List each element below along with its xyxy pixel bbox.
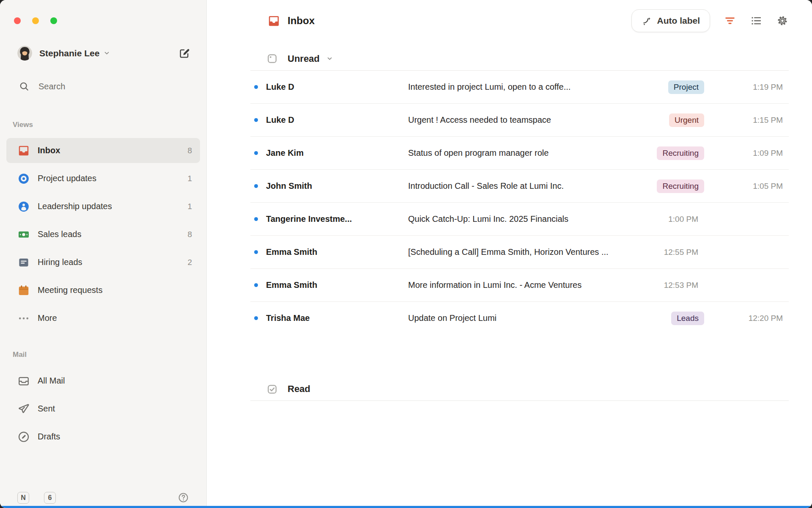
compose-button[interactable] — [178, 47, 190, 59]
search-label: Search — [38, 82, 65, 91]
sidebar-item-label: Meeting requests — [38, 285, 102, 295]
email-time: 1:15 PM — [753, 116, 789, 125]
close-window-button[interactable] — [14, 17, 21, 24]
email-time: 1:00 PM — [668, 215, 704, 224]
email-sender: Tangerine Investme... — [266, 214, 408, 224]
window-controls — [0, 0, 206, 24]
search-button[interactable]: Search — [19, 81, 206, 92]
sidebar-view-item[interactable]: Inbox 8 — [6, 138, 200, 163]
email-row[interactable]: John Smith Introduction Call - Sales Rol… — [250, 170, 789, 203]
unread-checkbox-icon[interactable] — [266, 53, 278, 64]
email-sender: Luke D — [266, 115, 408, 125]
sidebar-item-count: 8 — [187, 230, 192, 239]
email-sender: John Smith — [266, 181, 408, 191]
unread-group-header[interactable]: Unread — [250, 47, 789, 71]
unread-dot-icon — [254, 118, 258, 122]
email-subject: Interested in project Lumi, open to a co… — [408, 82, 628, 92]
email-row[interactable]: Luke D Interested in project Lumi, open … — [250, 71, 789, 104]
views-section-label: Views — [13, 121, 206, 129]
user-name: Stephanie Lee — [39, 48, 99, 58]
more-icon — [17, 312, 30, 325]
sidebar-mail-item[interactable]: Sent — [6, 396, 200, 421]
project-updates-icon — [17, 172, 30, 185]
sidebar-item-label: Leadership updates — [38, 202, 112, 211]
email-sender: Luke D — [266, 82, 408, 92]
minimize-window-button[interactable] — [32, 17, 39, 24]
email-row[interactable]: Emma Smith More information in Lumi Inc.… — [250, 269, 789, 302]
filter-icon[interactable] — [724, 14, 736, 27]
chevron-down-icon[interactable] — [326, 55, 334, 63]
sidebar-item-label: All Mail — [38, 376, 65, 386]
sidebar-view-item[interactable]: Project updates 1 — [6, 166, 200, 191]
sent-icon — [17, 403, 30, 415]
sidebar-view-item[interactable]: Leadership updates 1 — [6, 194, 200, 219]
email-tag-badge: Recruiting — [657, 146, 704, 160]
email-tag-badge: Recruiting — [657, 179, 704, 193]
mail-list: All Mail Sent Drafts — [0, 368, 206, 452]
main-content: Inbox Auto label Unread Luke D — [207, 0, 812, 508]
meeting-requests-icon — [17, 284, 30, 297]
sidebar-mail-item[interactable]: Drafts — [6, 424, 200, 449]
notion-logo-badge[interactable]: N — [17, 492, 29, 504]
sidebar-item-label: Hiring leads — [38, 257, 82, 267]
sidebar-item-label: Sales leads — [38, 229, 81, 239]
user-account-row[interactable]: Stephanie Lee — [17, 46, 190, 61]
email-time: 12:20 PM — [749, 314, 789, 323]
help-icon[interactable] — [178, 492, 189, 503]
sidebar-item-count: 2 — [187, 258, 192, 267]
header-toolbar: Auto label — [631, 9, 789, 32]
sidebar-mail-item[interactable]: All Mail — [6, 368, 200, 393]
unread-dot-icon — [254, 250, 258, 254]
window-bottom-accent — [0, 506, 812, 508]
settings-gear-icon[interactable] — [776, 14, 789, 27]
inbox-count-badge[interactable]: 6 — [44, 492, 56, 504]
unread-dot-icon — [254, 316, 258, 320]
email-row[interactable]: Jane Kim Status of open program manager … — [250, 137, 789, 170]
inbox-icon — [17, 144, 30, 157]
leadership-updates-icon — [17, 200, 30, 213]
zoom-window-button[interactable] — [50, 17, 57, 24]
email-sender: Trisha Mae — [266, 313, 408, 323]
email-row[interactable]: Trisha Mae Update on Project Lumi Leads … — [250, 302, 789, 334]
email-tag-badge: Project — [668, 80, 704, 94]
main-header: Inbox Auto label — [250, 10, 789, 32]
unread-dot-icon — [254, 184, 258, 188]
email-subject: [Scheduling a Call] Emma Smith, Horizon … — [408, 247, 628, 257]
email-time: 12:55 PM — [664, 248, 704, 257]
read-group-header[interactable]: Read — [250, 378, 789, 401]
sidebar-item-label: Project updates — [38, 174, 96, 183]
read-checkbox-icon[interactable] — [266, 384, 278, 395]
email-sender: Jane Kim — [266, 148, 408, 158]
email-tag-badge: Urgent — [669, 113, 704, 127]
email-row[interactable]: Luke D Urgent ! Access needed to teamspa… — [250, 104, 789, 137]
sidebar-item-label: More — [38, 313, 57, 323]
email-time: 1:19 PM — [753, 83, 789, 92]
sidebar-view-item[interactable]: Meeting requests — [6, 278, 200, 303]
mail-app-window: Stephanie Lee Search Views Inbox 8 Proje… — [0, 0, 812, 508]
chevron-down-icon — [103, 49, 111, 57]
sidebar-item-count: 1 — [187, 202, 192, 211]
email-subject: Quick Catch-Up: Lumi Inc. 2025 Financial… — [408, 214, 628, 224]
all-mail-icon — [17, 375, 30, 387]
sidebar-view-item[interactable]: Hiring leads 2 — [6, 250, 200, 275]
auto-label-button-text: Auto label — [657, 16, 700, 26]
list-view-icon[interactable] — [750, 14, 763, 27]
sidebar-footer: N 6 — [0, 490, 206, 508]
user-avatar — [17, 46, 32, 61]
mail-section-label: Mail — [13, 351, 206, 359]
email-row[interactable]: Tangerine Investme... Quick Catch-Up: Lu… — [250, 203, 789, 236]
email-subject: More information in Lumi Inc. - Acme Ven… — [408, 280, 628, 290]
sidebar-view-item[interactable]: Sales leads 8 — [6, 222, 200, 247]
sidebar-item-label: Sent — [38, 404, 55, 414]
auto-label-button[interactable]: Auto label — [631, 9, 710, 32]
email-sender: Emma Smith — [266, 280, 408, 290]
email-list: Luke D Interested in project Lumi, open … — [250, 71, 789, 334]
unread-dot-icon — [254, 283, 258, 287]
search-icon — [19, 81, 30, 92]
email-subject: Introduction Call - Sales Role at Lumi I… — [408, 181, 628, 191]
read-group-label: Read — [288, 384, 310, 395]
email-row[interactable]: Emma Smith [Scheduling a Call] Emma Smit… — [250, 236, 789, 269]
sidebar-view-item[interactable]: More — [6, 306, 200, 331]
email-sender: Emma Smith — [266, 247, 408, 257]
email-subject: Status of open program manager role — [408, 148, 628, 158]
